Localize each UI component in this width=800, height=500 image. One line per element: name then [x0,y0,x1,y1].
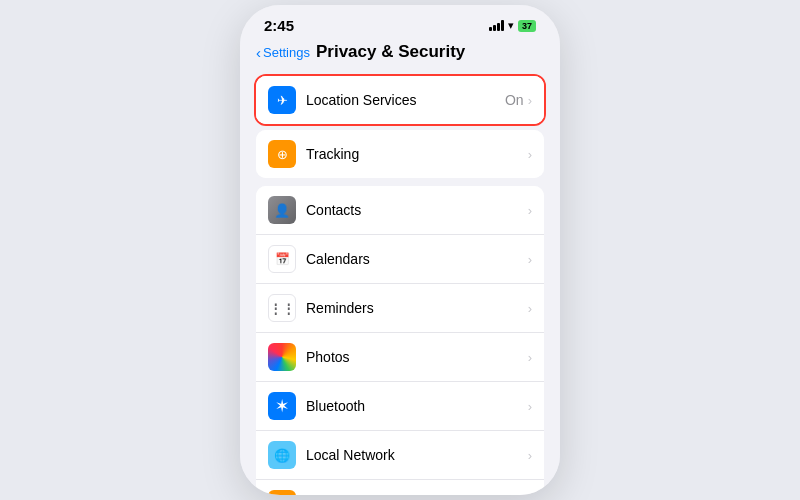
calendars-label: Calendars [306,251,528,267]
content-area[interactable]: ✈ Location Services On › ⊕ Tracking › 👤 … [240,70,560,495]
local-network-chevron-icon: › [528,448,532,463]
status-bar: 2:45 ▾ 37 [240,5,560,38]
location-services-icon: ✈ [268,86,296,114]
bluetooth-label: Bluetooth [306,398,528,414]
back-label: Settings [263,45,310,60]
menu-item-location-services[interactable]: ✈ Location Services On › [256,76,544,124]
menu-item-photos[interactable]: Photos › [256,333,544,382]
status-time: 2:45 [264,17,294,34]
menu-item-contacts[interactable]: 👤 Contacts › [256,186,544,235]
battery-badge: 37 [518,20,536,32]
reminders-chevron-icon: › [528,301,532,316]
photos-chevron-icon: › [528,350,532,365]
contacts-icon: 👤 [268,196,296,224]
menu-item-microphone[interactable]: 🎙 Microphone › [256,480,544,495]
photos-icon [268,343,296,371]
reminders-label: Reminders [306,300,528,316]
calendars-chevron-icon: › [528,252,532,267]
tracking-chevron-icon: › [528,147,532,162]
back-chevron-icon: ‹ [256,44,261,61]
wifi-icon: ▾ [508,19,514,32]
group-main: 👤 Contacts › 📅 Calendars › ⋮⋮ Reminders … [256,186,544,495]
signal-bars-icon [489,20,504,31]
local-network-icon: 🌐 [268,441,296,469]
bluetooth-chevron-icon: › [528,399,532,414]
nav-title: Privacy & Security [316,42,465,62]
calendars-icon: 📅 [268,245,296,273]
back-button[interactable]: ‹ Settings [256,44,310,61]
phone-container: 2:45 ▾ 37 ‹ Settings Privacy & Security … [240,5,560,495]
contacts-chevron-icon: › [528,203,532,218]
location-services-chevron-icon: › [528,93,532,108]
status-icons: ▾ 37 [489,19,536,32]
location-services-label: Location Services [306,92,505,108]
group-location: ✈ Location Services On › [256,76,544,124]
menu-item-local-network[interactable]: 🌐 Local Network › [256,431,544,480]
local-network-label: Local Network [306,447,528,463]
menu-item-tracking[interactable]: ⊕ Tracking › [256,130,544,178]
tracking-label: Tracking [306,146,528,162]
tracking-icon: ⊕ [268,140,296,168]
location-services-value: On [505,92,524,108]
group-tracking: ⊕ Tracking › [256,130,544,178]
menu-item-reminders[interactable]: ⋮⋮ Reminders › [256,284,544,333]
microphone-icon: 🎙 [268,490,296,495]
nav-bar: ‹ Settings Privacy & Security [240,38,560,70]
menu-item-calendars[interactable]: 📅 Calendars › [256,235,544,284]
contacts-label: Contacts [306,202,528,218]
location-services-highlighted: ✈ Location Services On › [254,74,546,126]
bluetooth-icon: ✶ [268,392,296,420]
reminders-icon: ⋮⋮ [268,294,296,322]
photos-label: Photos [306,349,528,365]
menu-item-bluetooth[interactable]: ✶ Bluetooth › [256,382,544,431]
